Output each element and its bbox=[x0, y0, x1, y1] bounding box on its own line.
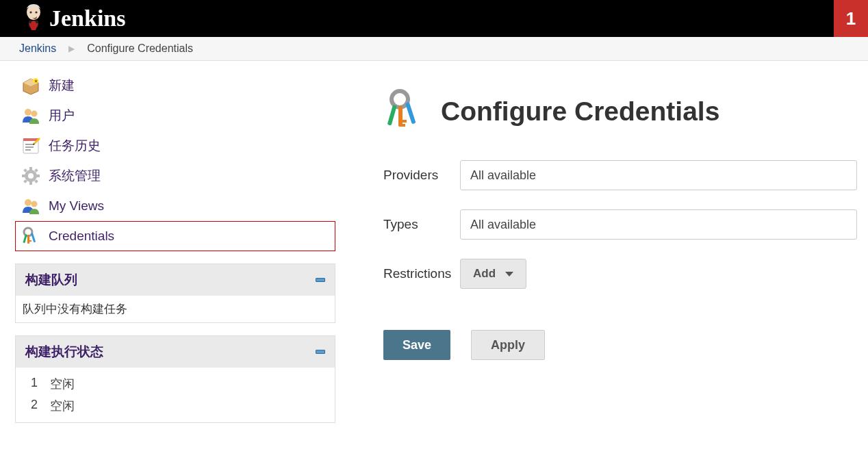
chevron-down-icon bbox=[505, 272, 513, 277]
users-icon bbox=[21, 196, 40, 216]
executor-row: 1 空闲 bbox=[23, 373, 328, 395]
svg-rect-35 bbox=[405, 102, 416, 124]
svg-rect-17 bbox=[29, 181, 32, 185]
executor-state: 空闲 bbox=[50, 398, 75, 414]
breadcrumb-home[interactable]: Jenkins bbox=[19, 42, 56, 55]
types-label: Types bbox=[383, 217, 460, 232]
svg-point-7 bbox=[25, 109, 31, 116]
add-button[interactable]: Add bbox=[460, 259, 526, 289]
svg-rect-34 bbox=[401, 124, 405, 127]
sidebar-item-credentials[interactable]: Credentials bbox=[15, 221, 335, 251]
executor-status-title: 构建执行状态 bbox=[25, 343, 103, 361]
svg-point-31 bbox=[392, 91, 408, 107]
breadcrumb: Jenkins ▶ Configure Credentials bbox=[0, 37, 868, 61]
executor-status-panel: 构建执行状态 1 空闲 2 空闲 bbox=[15, 335, 335, 423]
page-heading: Configure Credentials bbox=[441, 97, 719, 127]
svg-point-2 bbox=[35, 11, 37, 13]
executor-status-body: 1 空闲 2 空闲 bbox=[16, 368, 335, 422]
notification-count: 1 bbox=[846, 8, 856, 29]
providers-input[interactable] bbox=[460, 160, 857, 190]
build-queue-panel: 构建队列 队列中没有构建任务 bbox=[15, 264, 335, 323]
collapse-icon[interactable] bbox=[316, 278, 325, 282]
svg-rect-19 bbox=[36, 175, 40, 177]
svg-rect-33 bbox=[401, 120, 407, 123]
executor-row: 2 空闲 bbox=[23, 395, 328, 417]
sidebar-item-label: 任务历史 bbox=[49, 137, 101, 155]
sidebar-item-label: 系统管理 bbox=[49, 167, 101, 185]
build-queue-body: 队列中没有构建任务 bbox=[16, 296, 335, 322]
sidebar: ★ 新建 用户 bbox=[0, 61, 335, 423]
sidebar-item-users[interactable]: 用户 bbox=[15, 101, 335, 131]
sidebar-item-new[interactable]: ★ 新建 bbox=[15, 70, 335, 101]
svg-point-4 bbox=[31, 21, 36, 25]
providers-row: Providers bbox=[383, 160, 868, 190]
top-header: Jenkins 1 bbox=[0, 0, 868, 37]
keys-large-icon bbox=[383, 88, 427, 134]
svg-point-1 bbox=[29, 11, 31, 13]
sidebar-item-manage[interactable]: 系统管理 bbox=[15, 161, 335, 191]
jenkins-logo[interactable]: Jenkins bbox=[0, 3, 126, 35]
build-queue-empty: 队列中没有构建任务 bbox=[23, 303, 127, 316]
new-box-icon: ★ bbox=[21, 76, 40, 95]
svg-point-15 bbox=[28, 173, 34, 179]
sidebar-item-build-history[interactable]: 任务历史 bbox=[15, 131, 335, 161]
svg-point-8 bbox=[31, 111, 38, 117]
breadcrumb-separator-icon: ▶ bbox=[68, 44, 75, 53]
executor-number: 2 bbox=[25, 398, 38, 414]
notepad-icon bbox=[21, 136, 40, 155]
svg-rect-36 bbox=[387, 105, 397, 125]
sidebar-item-my-views[interactable]: My Views bbox=[15, 191, 335, 221]
providers-label: Providers bbox=[383, 168, 460, 183]
add-button-label: Add bbox=[473, 267, 496, 281]
build-queue-header: 构建队列 bbox=[16, 264, 335, 296]
notification-badge[interactable]: 1 bbox=[834, 0, 868, 37]
users-icon bbox=[21, 106, 40, 125]
executor-state: 空闲 bbox=[50, 376, 75, 392]
svg-rect-27 bbox=[27, 235, 29, 244]
collapse-icon[interactable] bbox=[316, 350, 325, 354]
page-title: Configure Credentials bbox=[383, 88, 868, 134]
jenkins-head-icon bbox=[21, 3, 47, 35]
svg-rect-29 bbox=[31, 233, 36, 242]
types-input[interactable] bbox=[460, 209, 857, 240]
svg-rect-30 bbox=[23, 234, 27, 243]
svg-point-24 bbox=[25, 199, 31, 206]
main-content: Configure Credentials Providers Types Re… bbox=[335, 61, 868, 423]
sidebar-item-label: Credentials bbox=[49, 229, 114, 244]
sidebar-item-label: 新建 bbox=[49, 77, 75, 94]
build-queue-title: 构建队列 bbox=[25, 271, 77, 289]
save-button[interactable]: Save bbox=[383, 330, 450, 360]
types-row: Types bbox=[383, 209, 868, 240]
svg-rect-28 bbox=[29, 240, 31, 242]
form-actions: Save Apply bbox=[383, 330, 868, 360]
restrictions-row: Restrictions Add bbox=[383, 259, 868, 289]
svg-text:★: ★ bbox=[34, 78, 38, 84]
keys-icon bbox=[21, 227, 40, 246]
svg-rect-18 bbox=[22, 175, 25, 177]
breadcrumb-current: Configure Credentials bbox=[87, 42, 193, 55]
executor-number: 1 bbox=[25, 376, 38, 392]
brand-text: Jenkins bbox=[49, 5, 126, 31]
apply-button[interactable]: Apply bbox=[471, 330, 545, 360]
sidebar-item-label: My Views bbox=[49, 198, 104, 214]
svg-rect-16 bbox=[29, 167, 32, 170]
gear-icon bbox=[21, 166, 40, 185]
sidebar-item-label: 用户 bbox=[49, 107, 75, 125]
executor-status-header[interactable]: 构建执行状态 bbox=[16, 336, 335, 368]
restrictions-label: Restrictions bbox=[383, 266, 460, 281]
svg-point-25 bbox=[31, 201, 38, 207]
svg-rect-32 bbox=[398, 106, 403, 127]
